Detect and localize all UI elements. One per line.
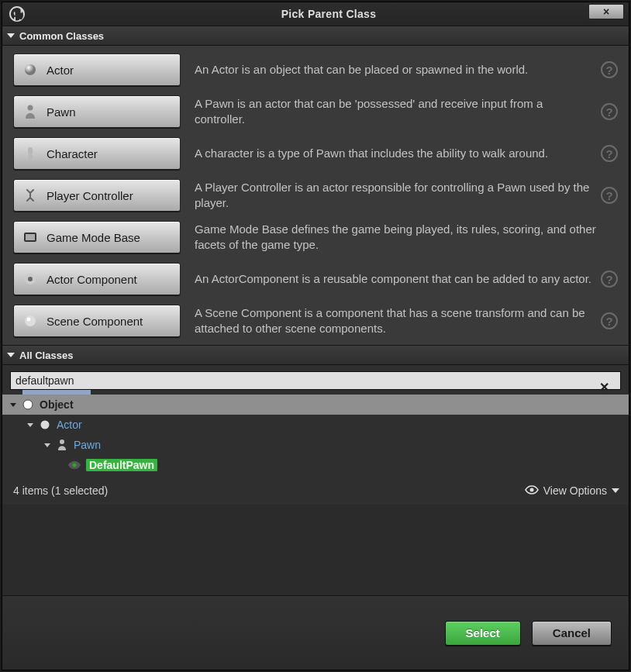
common-classes-body: Actor An Actor is an object that can be … (2, 46, 629, 345)
help-icon[interactable]: ? (601, 145, 618, 162)
svg-point-1 (28, 105, 33, 111)
class-button-label: Pawn (47, 105, 76, 119)
section-label: Common Classes (19, 30, 104, 42)
class-row-character: Character A character is a type of Pawn … (13, 137, 618, 170)
all-classes-body: ✕ Object Actor (2, 365, 629, 505)
class-row-actor-component: Actor Component An ActorComponent is a r… (13, 263, 618, 295)
actor-component-icon (22, 271, 39, 288)
class-description: A character is a type of Pawn that inclu… (195, 146, 601, 161)
common-classes-header[interactable]: Common Classes (2, 26, 629, 46)
class-description: A Scene Component is a component that ha… (195, 305, 601, 337)
all-classes-header[interactable]: All Classes (2, 345, 629, 365)
character-icon (22, 145, 39, 162)
tree-node-actor[interactable]: Actor (10, 415, 621, 435)
help-icon[interactable]: ? (601, 61, 618, 78)
svg-rect-2 (28, 147, 33, 155)
class-description: A Player Controller is an actor responsi… (195, 180, 601, 212)
svg-point-10 (23, 400, 33, 409)
class-button-actor-component[interactable]: Actor Component (13, 263, 181, 295)
expand-icon (10, 403, 16, 407)
class-tree: Object Actor Pawn DefaultPawn (2, 395, 629, 480)
svg-point-0 (25, 64, 36, 75)
svg-point-12 (60, 439, 64, 444)
tree-node-object[interactable]: Object (2, 395, 629, 415)
class-description: An Actor is an object that can be placed… (195, 62, 601, 78)
class-button-label: Scene Component (47, 315, 143, 328)
class-button-label: Player Controller (47, 189, 133, 202)
help-icon[interactable]: ? (601, 312, 618, 329)
tree-node-label: DefaultPawn (86, 459, 157, 471)
titlebar: Pick Parent Class × (2, 2, 629, 26)
select-button[interactable]: Select (445, 621, 521, 646)
eye-icon (525, 484, 539, 497)
class-row-game-mode-base: Game Mode Base Game Mode Base defines th… (13, 221, 618, 253)
class-button-player-controller[interactable]: Player Controller (13, 179, 181, 212)
clear-search-button[interactable]: ✕ (596, 379, 612, 395)
svg-point-13 (73, 464, 77, 467)
class-description: An ActorComponent is a reusable componen… (195, 271, 601, 287)
svg-point-7 (28, 277, 33, 281)
tree-node-defaultpawn[interactable]: DefaultPawn (10, 455, 621, 475)
tree-status-row: 4 items (1 selected) View Options (2, 480, 629, 505)
defaultpawn-icon (67, 458, 81, 472)
help-icon[interactable]: ? (601, 187, 618, 204)
help-icon[interactable]: ? (601, 103, 618, 120)
class-button-pawn[interactable]: Pawn (13, 95, 181, 128)
view-options-button[interactable]: View Options (525, 484, 619, 497)
expand-icon (44, 443, 50, 447)
dialog-footer: Select Cancel (2, 595, 629, 670)
view-options-label: View Options (543, 484, 607, 497)
svg-point-14 (529, 488, 533, 492)
actor-icon (38, 418, 52, 432)
class-button-label: Character (47, 147, 98, 160)
window-close-button[interactable]: × (588, 4, 624, 19)
svg-point-11 (41, 421, 50, 429)
class-description: A Pawn is an actor that can be 'possesse… (195, 96, 601, 128)
chevron-down-icon (612, 488, 619, 493)
pawn-icon (22, 103, 39, 120)
class-button-scene-component[interactable]: Scene Component (13, 305, 181, 337)
svg-rect-3 (28, 155, 33, 160)
actor-icon (22, 61, 39, 78)
class-row-scene-component: Scene Component A Scene Component is a c… (13, 305, 618, 337)
tree-node-label: Object (40, 398, 74, 411)
class-button-character[interactable]: Character (13, 137, 181, 170)
item-count-text: 4 items (1 selected) (13, 484, 108, 497)
svg-point-8 (25, 315, 36, 326)
clear-icon: ✕ (599, 380, 609, 395)
section-label: All Classes (19, 350, 73, 361)
help-icon[interactable]: ? (601, 271, 618, 288)
window-title: Pick Parent Class (29, 8, 629, 20)
player-controller-icon (22, 187, 39, 204)
class-button-label: Actor Component (47, 273, 137, 286)
class-button-label: Actor (47, 64, 74, 77)
tree-node-label: Pawn (74, 439, 101, 451)
close-icon: × (603, 6, 609, 17)
tree-node-pawn[interactable]: Pawn (10, 435, 621, 455)
class-row-player-controller: Player Controller A Player Controller is… (13, 179, 618, 212)
class-button-label: Game Mode Base (47, 231, 140, 244)
object-icon (21, 398, 35, 412)
tree-node-label: Actor (57, 419, 82, 431)
class-description: Game Mode Base defines the game being pl… (195, 222, 601, 253)
game-mode-icon (22, 229, 39, 246)
expand-icon (7, 33, 15, 38)
cancel-button[interactable]: Cancel (532, 621, 612, 646)
scene-component-icon (22, 312, 39, 329)
class-button-actor[interactable]: Actor (13, 53, 181, 86)
class-button-game-mode-base[interactable]: Game Mode Base (13, 221, 181, 253)
svg-point-9 (27, 318, 31, 322)
class-row-pawn: Pawn A Pawn is an actor that can be 'pos… (13, 95, 618, 128)
expand-icon (7, 353, 15, 357)
class-row-actor: Actor An Actor is an object that can be … (13, 53, 618, 86)
class-search-input[interactable] (10, 371, 621, 390)
pawn-icon (55, 438, 69, 452)
svg-rect-5 (26, 234, 35, 240)
expand-icon (27, 423, 33, 427)
unreal-logo-icon (5, 2, 29, 26)
pick-parent-class-dialog: Pick Parent Class × Common Classes Actor… (2, 2, 629, 670)
